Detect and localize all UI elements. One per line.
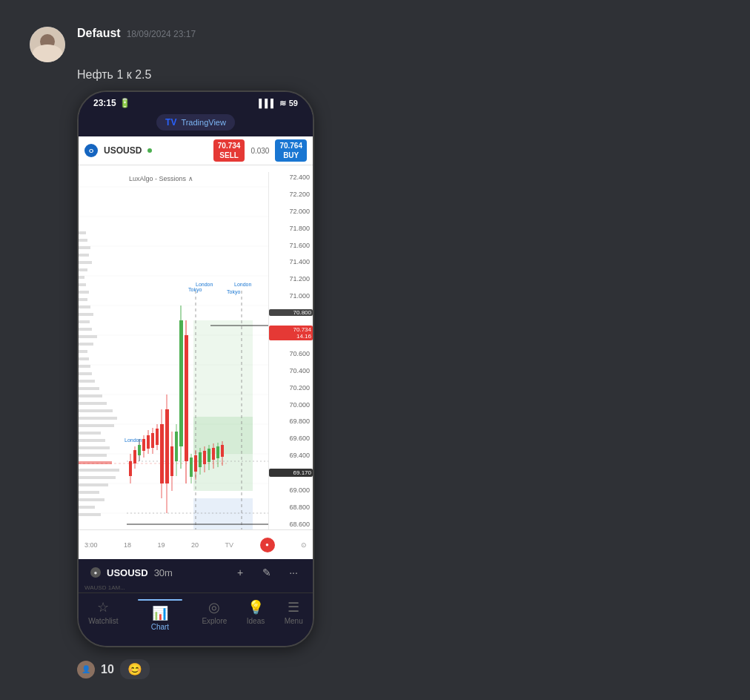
svg-rect-68 (142, 439, 145, 451)
svg-rect-29 (79, 387, 99, 390)
battery-icon: 🔋 (119, 98, 130, 108)
chart-area: London Tokyo London Tokyo London 72.400 … (79, 172, 313, 529)
emoji-reaction[interactable]: 😊 (120, 659, 150, 679)
tv-watermark: TV (225, 541, 234, 549)
chart-container: O USOUSD 70.734 SELL 0.030 70.764 BUY (79, 136, 313, 559)
svg-rect-38 (79, 320, 90, 323)
time-300: 3:00 (84, 541, 98, 549)
svg-rect-48 (79, 246, 90, 249)
price-72400: 72.400 (269, 174, 313, 181)
time-19: 19 (158, 541, 165, 549)
tv-logo-pill: TV TradingView (156, 114, 235, 131)
chart-top-bar: O USOUSD 70.734 SELL 0.030 70.764 BUY (79, 136, 313, 165)
svg-rect-46 (79, 261, 92, 264)
svg-rect-64 (133, 450, 136, 463)
indicator-label: LuxAlgo - Sessions ∧ (129, 175, 193, 182)
svg-rect-94 (203, 451, 206, 464)
svg-rect-70 (147, 435, 150, 449)
session-tokyo-1: Tokyo (188, 287, 202, 292)
price-69600: 69.600 (269, 435, 313, 442)
battery-pct: 59 (289, 99, 298, 108)
svg-rect-49 (79, 239, 87, 242)
svg-rect-40 (79, 306, 90, 308)
price-72000: 72.000 (269, 208, 313, 215)
emoji-icon: 😊 (127, 662, 142, 676)
expand-icon[interactable]: ⊙ (301, 541, 307, 549)
svg-rect-18 (79, 469, 119, 472)
author-name: Defaust (77, 27, 121, 40)
svg-rect-26 (79, 409, 113, 412)
svg-rect-47 (79, 254, 89, 257)
svg-rect-31 (79, 372, 92, 375)
add-icon[interactable]: + (233, 565, 248, 580)
svg-rect-72 (151, 433, 154, 448)
price-69400: 69.400 (269, 452, 313, 459)
price-71200: 71.200 (269, 275, 313, 283)
oil-drop-icon: ● (90, 567, 101, 578)
tab-ideas[interactable]: 💡 Ideas (247, 599, 265, 631)
price-71000: 71.000 (269, 292, 313, 300)
svg-rect-23 (79, 432, 101, 435)
reactor-avatar: 👤 (77, 661, 95, 678)
svg-rect-98 (212, 448, 215, 460)
status-time: 23:15 🔋 (93, 98, 130, 108)
svg-rect-27 (79, 402, 107, 405)
author-line: Defaust 18/09/2024 23:17 (77, 27, 196, 40)
sell-button[interactable]: 70.734 SELL (213, 139, 245, 162)
svg-rect-17 (79, 476, 116, 479)
tab-chart[interactable]: 📊 Chart (138, 599, 182, 631)
svg-rect-14 (79, 498, 104, 501)
svg-rect-12 (79, 513, 101, 516)
post-timestamp: 18/09/2024 23:17 (127, 29, 196, 39)
clock: 23:15 (93, 98, 116, 108)
price-71400: 71.400 (269, 258, 313, 265)
post-container: Defaust 18/09/2024 23:17 Нефть 1 к 2.5 2… (15, 15, 497, 691)
price-axis: 72.400 72.200 72.000 71.800 71.600 71.40… (268, 172, 313, 529)
status-icons: ▌▌▌ ≋ 59 (259, 99, 298, 108)
chart-label: Chart (151, 623, 169, 631)
signal-icon: ▌▌▌ (259, 99, 276, 108)
price-71800: 71.800 (269, 225, 313, 232)
tab-watchlist[interactable]: ☆ Watchlist (88, 599, 118, 631)
price-68800: 68.800 (269, 503, 313, 511)
price-71600: 71.600 (269, 242, 313, 249)
svg-rect-22 (79, 439, 105, 442)
ideas-icon: 💡 (248, 599, 264, 615)
avatar (30, 27, 65, 62)
time-18: 18 (124, 541, 131, 549)
symbol-icon: O (84, 144, 98, 157)
price-70000: 70.000 (269, 401, 313, 409)
svg-rect-78 (165, 409, 169, 483)
price-70400: 70.400 (269, 367, 313, 374)
svg-rect-13 (79, 506, 95, 509)
more-icon[interactable]: ··· (286, 565, 301, 580)
ticker-tape: WAUSD 1AM... (79, 583, 313, 592)
price-70800: 70.800 (269, 309, 313, 316)
status-bar: 23:15 🔋 ▌▌▌ ≋ 59 (79, 92, 313, 111)
tab-explore[interactable]: ◎ Explore (202, 599, 227, 631)
edit-icon[interactable]: ✎ (259, 565, 274, 580)
price-69800: 69.800 (269, 417, 313, 425)
tab-menu[interactable]: ☰ Menu (285, 599, 303, 631)
avatar-image (30, 27, 65, 62)
svg-rect-41 (79, 298, 87, 301)
svg-rect-19 (79, 461, 112, 464)
spread-value: 0.030 (250, 147, 269, 155)
svg-rect-84 (179, 320, 183, 446)
current-price-badge: 70.734 14.16 (269, 326, 313, 340)
svg-rect-15 (79, 491, 99, 494)
svg-rect-44 (79, 276, 84, 279)
svg-rect-53 (193, 498, 253, 529)
svg-rect-34 (79, 350, 87, 353)
tab-bar: ☆ Watchlist 📊 Chart ◎ Explore 💡 Ideas (79, 592, 313, 646)
bottom-timeframe: 30m (154, 567, 173, 578)
control-icons: + ✎ ··· (233, 565, 301, 580)
post-text: Нефть 1 к 2.5 (77, 68, 482, 82)
session-london-1: London (196, 282, 213, 287)
buy-button[interactable]: 70.764 BUY (275, 139, 307, 162)
symbol-initial: O (89, 148, 93, 154)
post-header: Defaust 18/09/2024 23:17 (30, 27, 482, 62)
time-axis: 3:00 18 19 20 TV ● ⊙ (79, 529, 313, 559)
svg-rect-80 (170, 446, 173, 476)
svg-rect-42 (79, 291, 89, 294)
